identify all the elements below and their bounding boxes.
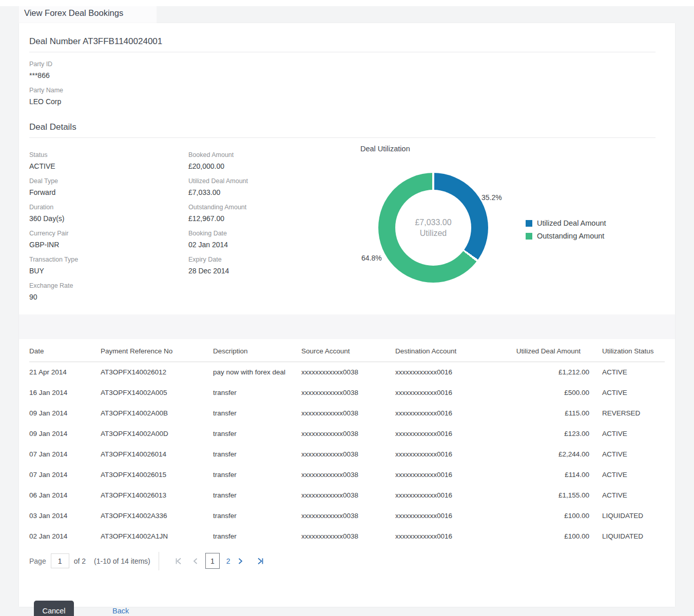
table-cell: £500.00: [506, 383, 589, 403]
donut-chart: £7,033.00 Utilized 35.2% 64.8%: [378, 173, 488, 283]
previous-page-button[interactable]: [189, 555, 201, 567]
items-range-label: (1-10 of 14 items): [94, 557, 150, 565]
field-label: Transaction Type: [29, 256, 188, 264]
table-cell: xxxxxxxxxxxx0016: [395, 485, 506, 506]
table-cell: £123.00: [506, 424, 589, 444]
field-value: ***866: [29, 71, 665, 80]
last-page-button[interactable]: [254, 555, 267, 567]
table-cell: 16 Jan 2014: [29, 383, 101, 403]
table-cell: xxxxxxxxxxxx0038: [301, 424, 395, 444]
table-cell: 21 Apr 2014: [29, 362, 101, 383]
table-cell: xxxxxxxxxxxx0038: [301, 444, 395, 465]
column-header-utilization-status: Utilization Status: [589, 339, 665, 362]
table-cell: AT3OPFX140026013: [101, 485, 209, 506]
column-header-source-account: Source Account: [301, 339, 395, 362]
field-label: Expiry Date: [188, 256, 360, 264]
table-cell: xxxxxxxxxxxx0038: [301, 362, 395, 383]
field: Expiry Date28 Dec 2014: [188, 256, 360, 275]
legend-item: Utilized Deal Amount: [526, 219, 606, 227]
current-page-button[interactable]: 1: [205, 553, 220, 569]
table-cell: transfer: [209, 403, 301, 424]
table-row: 07 Jan 2014AT3OPFX140026014transferxxxxx…: [29, 444, 665, 465]
table-cell: xxxxxxxxxxxx0038: [301, 526, 395, 547]
table-cell: pay now with forex deal: [209, 362, 301, 383]
field: Booked Amount£20,000.00: [188, 151, 360, 171]
field-label: Outstanding Amount: [188, 204, 360, 211]
table-cell: transfer: [209, 526, 301, 547]
table-header-row: DatePayment Reference NoDescriptionSourc…: [29, 339, 665, 362]
divider: [29, 52, 656, 52]
field-value: ACTIVE: [29, 162, 188, 171]
deal-number-heading: Deal Number AT3FFB1140024001: [29, 23, 665, 47]
table-row: 06 Jan 2014AT3OPFX140026013transferxxxxx…: [29, 485, 665, 506]
table-cell: xxxxxxxxxxxx0016: [395, 362, 506, 383]
table-cell: 07 Jan 2014: [29, 444, 101, 465]
field: StatusACTIVE: [29, 151, 188, 171]
next-page-button[interactable]: [235, 555, 246, 567]
table-cell: AT3OPFX140026012: [101, 362, 209, 383]
table-cell: AT3OPFX14002A336: [101, 506, 209, 526]
field-label: Exchange Rate: [29, 282, 188, 290]
table-cell: AT3OPFX140026014: [101, 444, 209, 465]
center-caption: Utilized: [420, 228, 447, 239]
legend-swatch-utilized: [526, 220, 532, 227]
field: Currency PairGBP-INR: [29, 230, 188, 249]
field-value: £12,967.00: [188, 214, 360, 223]
table-cell: transfer: [209, 485, 301, 506]
table-cell: xxxxxxxxxxxx0038: [301, 383, 395, 403]
last-page-icon: [257, 558, 264, 565]
deal-details-middle-column: Booked Amount£20,000.00Utilized Deal Amo…: [188, 151, 360, 308]
footer-actions: Cancel Back: [29, 601, 665, 616]
table-cell: xxxxxxxxxxxx0038: [301, 485, 395, 506]
table-cell: REVERSED: [589, 403, 665, 424]
column-header-payment-reference-no: Payment Reference No: [101, 339, 209, 362]
center-amount: £7,033.00: [415, 217, 451, 228]
table-cell: xxxxxxxxxxxx0038: [301, 465, 395, 485]
field-label: Booked Amount: [188, 151, 360, 159]
table-cell: xxxxxxxxxxxx0016: [395, 526, 506, 547]
table-cell: ACTIVE: [589, 465, 665, 485]
first-page-button[interactable]: [171, 555, 185, 567]
field-label: Duration: [29, 204, 188, 211]
table-cell: ACTIVE: [589, 424, 665, 444]
table-cell: 09 Jan 2014: [29, 403, 101, 424]
legend-swatch-outstanding: [526, 233, 532, 240]
table-row: 07 Jan 2014AT3OPFX140026015transferxxxxx…: [29, 465, 665, 485]
field-label: Party Name: [29, 87, 665, 94]
field-label: Status: [29, 151, 188, 159]
table-cell: AT3OPFX14002A005: [101, 383, 209, 403]
slice-label-outstanding: 64.8%: [361, 254, 382, 262]
previous-page-icon: [192, 558, 198, 565]
page-label: Page: [29, 557, 46, 565]
field-label: Deal Type: [29, 177, 188, 185]
table-cell: 09 Jan 2014: [29, 424, 101, 444]
table-cell: £2,244.00: [506, 444, 589, 465]
page-2-link[interactable]: 2: [226, 557, 230, 565]
table-row: 16 Jan 2014AT3OPFX14002A005transferxxxxx…: [29, 383, 665, 403]
field-value: GBP-INR: [29, 241, 188, 249]
donut-center-label: £7,033.00 Utilized: [378, 173, 488, 283]
table-cell: LIQUIDATED: [589, 506, 665, 526]
table-row: 03 Jan 2014AT3OPFX14002A336transferxxxxx…: [29, 506, 665, 526]
page-number-input[interactable]: [51, 553, 69, 568]
page-title: View Forex Deal Bookings: [19, 6, 157, 23]
back-link[interactable]: Back: [112, 607, 129, 615]
legend-item: Outstanding Amount: [526, 232, 606, 240]
table-cell: 02 Jan 2014: [29, 526, 101, 547]
deal-details-section: StatusACTIVEDeal TypeForwardDuration360 …: [29, 143, 665, 308]
field: Duration360 Day(s): [29, 204, 188, 223]
top-bar: [0, 0, 694, 6]
column-header-utilized-deal-amount: Utilized Deal Amount: [506, 339, 589, 362]
chart-legend: Utilized Deal Amount Outstanding Amount: [526, 219, 606, 245]
field-value: BUY: [29, 267, 188, 275]
field-value: 90: [29, 293, 188, 302]
cancel-button[interactable]: Cancel: [34, 601, 74, 616]
pagination-bar: Page of 2 (1-10 of 14 items) 1 2: [29, 551, 665, 571]
column-header-destination-account: Destination Account: [395, 339, 506, 362]
content-card: Deal Number AT3FFB1140024001 Party ID***…: [19, 23, 675, 607]
table-cell: xxxxxxxxxxxx0038: [301, 403, 395, 424]
table-cell: xxxxxxxxxxxx0016: [395, 465, 506, 485]
table-cell: ACTIVE: [589, 362, 665, 383]
table-cell: xxxxxxxxxxxx0016: [395, 506, 506, 526]
field: Utilized Deal Amount£7,033.00: [188, 177, 360, 197]
